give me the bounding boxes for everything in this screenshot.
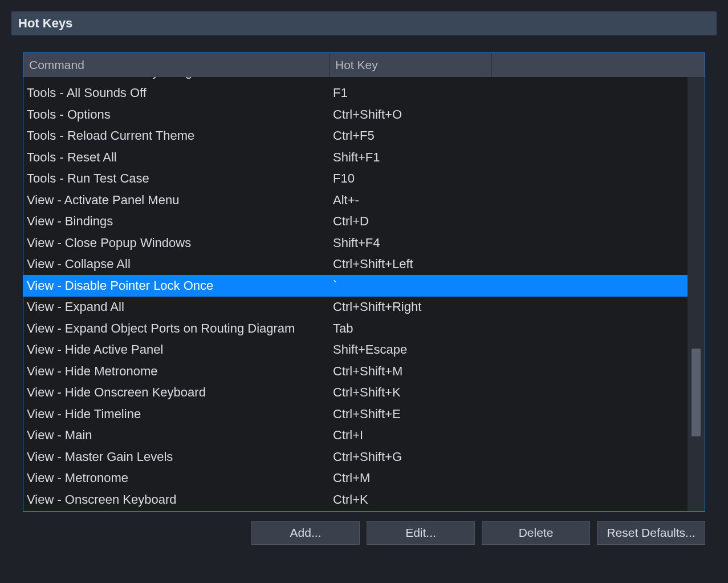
- column-header-hotkey[interactable]: Hot Key: [330, 53, 492, 77]
- cell-command: View - Activate Panel Menu: [23, 193, 330, 208]
- add-button[interactable]: Add...: [251, 521, 360, 545]
- table-row[interactable]: View - Hide Active PanelShift+Escape: [23, 339, 688, 361]
- scrollbar-thumb[interactable]: [692, 349, 701, 436]
- cell-command: View - Hide Active Panel: [23, 342, 330, 357]
- cell-command: Tools - Reset All: [23, 150, 330, 165]
- cell-hotkey: F10: [330, 171, 492, 186]
- table-row[interactable]: Tools - Reload Current ThemeCtrl+F5: [23, 125, 688, 147]
- table-row[interactable]: View - Close Popup WindowsShift+F4: [23, 232, 688, 254]
- cell-command: Tools - All Sounds Off: [23, 86, 330, 100]
- table-body-wrap: Timeline - Zoom to Play RangeXTools - Al…: [23, 77, 705, 511]
- cell-command: View - Main: [23, 428, 330, 443]
- cell-hotkey: `: [330, 278, 492, 293]
- table-row[interactable]: View - MainCtrl+I: [23, 425, 688, 447]
- table-row[interactable]: Tools - OptionsCtrl+Shift+O: [23, 104, 688, 125]
- content-area: Command Hot Key Timeline - Zoom to Play …: [11, 52, 717, 545]
- cell-hotkey: Ctrl+K: [330, 492, 492, 507]
- table-header: Command Hot Key: [23, 53, 705, 77]
- table-row[interactable]: View - Master Gain LevelsCtrl+Shift+G: [23, 446, 688, 468]
- cell-command: Tools - Run Test Case: [23, 171, 330, 186]
- cell-hotkey: Ctrl+M: [330, 471, 492, 485]
- table-row[interactable]: Timeline - Zoom to Play RangeX: [23, 77, 688, 83]
- cell-command: Tools - Reload Current Theme: [23, 128, 330, 143]
- table-row[interactable]: View - Onscreen KeyboardCtrl+K: [23, 489, 688, 511]
- cell-command: View - Metronome: [23, 471, 330, 485]
- table-row[interactable]: View - Collapse AllCtrl+Shift+Left: [23, 254, 688, 276]
- cell-hotkey: Ctrl+I: [330, 428, 492, 443]
- cell-hotkey: Ctrl+D: [330, 214, 492, 229]
- cell-command: View - Expand All: [23, 299, 330, 314]
- cell-hotkey: Shift+F4: [330, 236, 492, 250]
- cell-command: View - Hide Timeline: [23, 407, 330, 422]
- table-row[interactable]: Tools - All Sounds OffF1: [23, 83, 688, 104]
- cell-hotkey: Shift+F1: [330, 150, 492, 165]
- delete-button[interactable]: Delete: [482, 521, 590, 545]
- cell-hotkey: F1: [330, 86, 492, 100]
- table-row[interactable]: View - Activate Panel MenuAlt+-: [23, 189, 688, 211]
- cell-hotkey: Ctrl+Shift+M: [330, 364, 492, 379]
- table-row[interactable]: View - Hide TimelineCtrl+Shift+E: [23, 403, 688, 425]
- table-row[interactable]: View - Disable Pointer Lock Once`: [23, 275, 688, 297]
- scrollbar-track[interactable]: [688, 77, 705, 511]
- cell-command: View - Master Gain Levels: [23, 450, 330, 464]
- cell-command: View - Expand Object Ports on Routing Di…: [23, 321, 330, 336]
- cell-command: View - Bindings: [23, 214, 330, 229]
- table-row[interactable]: View - Hide Onscreen KeyboardCtrl+Shift+…: [23, 382, 688, 404]
- cell-command: View - Collapse All: [23, 257, 330, 272]
- cell-hotkey: Tab: [330, 321, 492, 336]
- button-row: Add... Edit... Delete Reset Defaults...: [23, 521, 705, 545]
- cell-command: View - Disable Pointer Lock Once: [23, 278, 330, 293]
- cell-hotkey: Ctrl+Shift+O: [330, 107, 492, 122]
- cell-hotkey: Ctrl+F5: [330, 128, 492, 143]
- table-body[interactable]: Timeline - Zoom to Play RangeXTools - Al…: [23, 77, 688, 511]
- column-header-blank: [492, 53, 705, 77]
- cell-command: View - Hide Onscreen Keyboard: [23, 385, 330, 400]
- cell-hotkey: Alt+-: [330, 193, 492, 208]
- table-row[interactable]: View - MetronomeCtrl+M: [23, 468, 688, 489]
- cell-command: Timeline - Zoom to Play Range: [23, 77, 330, 79]
- table-row[interactable]: View - Hide MetronomeCtrl+Shift+M: [23, 361, 688, 382]
- table-row[interactable]: Tools - Run Test CaseF10: [23, 168, 688, 190]
- table-row[interactable]: View - Expand Object Ports on Routing Di…: [23, 318, 688, 339]
- cell-hotkey: X: [330, 77, 492, 79]
- table-row[interactable]: View - Expand AllCtrl+Shift+Right: [23, 297, 688, 318]
- cell-command: Tools - Options: [23, 107, 330, 122]
- table-row[interactable]: Tools - Reset AllShift+F1: [23, 147, 688, 168]
- cell-hotkey: Shift+Escape: [330, 342, 492, 357]
- cell-command: View - Hide Metronome: [23, 364, 330, 379]
- hotkeys-table: Command Hot Key Timeline - Zoom to Play …: [23, 52, 705, 512]
- cell-hotkey: Ctrl+Shift+E: [330, 407, 492, 422]
- cell-hotkey: Ctrl+Shift+Right: [330, 299, 492, 314]
- table-row[interactable]: View - BindingsCtrl+D: [23, 211, 688, 233]
- column-header-command[interactable]: Command: [23, 53, 330, 77]
- cell-hotkey: Ctrl+Shift+K: [330, 385, 492, 400]
- cell-hotkey: Ctrl+Shift+Left: [330, 257, 492, 272]
- panel-title: Hot Keys: [11, 11, 717, 35]
- cell-command: View - Onscreen Keyboard: [23, 492, 330, 507]
- reset-defaults-button[interactable]: Reset Defaults...: [597, 521, 705, 545]
- cell-hotkey: Ctrl+Shift+G: [330, 450, 492, 464]
- edit-button[interactable]: Edit...: [367, 521, 475, 545]
- cell-command: View - Close Popup Windows: [23, 236, 330, 250]
